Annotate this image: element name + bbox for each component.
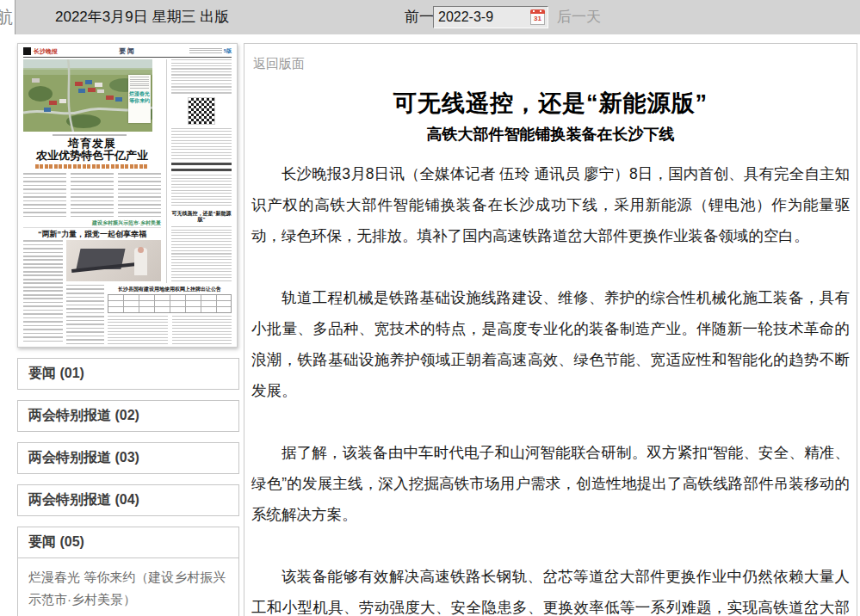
- article-paragraph-3: 据了解，该装备由中车时代电子和山河智能联合研制。双方紧扣“智能、安全、精准、绿色…: [251, 437, 850, 530]
- sidebar-section-01[interactable]: 要闻 (01): [17, 358, 239, 390]
- sidebar: 长沙晚报 要闻 5版: [17, 43, 239, 616]
- thumb-overlay-lines: [130, 77, 149, 89]
- thumb-text-column: [108, 316, 168, 345]
- thumb-column-rule: [166, 59, 167, 283]
- thumb-photo-caption: [53, 134, 127, 136]
- calendar-icon-day: 31: [530, 14, 545, 25]
- thumb-body-columns: [23, 173, 161, 218]
- thumb-text-column: [118, 173, 161, 218]
- thumb-notice-body: [108, 316, 232, 345]
- thumb-masthead-rule: [23, 57, 232, 58]
- sidebar-section-02[interactable]: 两会特别报道 (02): [17, 400, 239, 432]
- thumb-notice-title: 长沙县国有建设用地使用权网上挂牌出让公告: [108, 286, 232, 293]
- back-to-page-link[interactable]: 返回版面: [253, 56, 305, 72]
- thumb-series-badge: 建设乡村振兴示范市·乡村美景: [66, 219, 161, 227]
- sidebar-article-1[interactable]: 烂漫春光 等你来约（建设乡村振兴示范市·乡村美景）: [18, 558, 238, 616]
- thumb-page-number: 5版: [224, 47, 232, 55]
- thumb-text-column: [71, 173, 114, 218]
- calendar-icon[interactable]: 31: [530, 9, 545, 25]
- thumb-text-column: [66, 285, 104, 345]
- article-paragraph-1: 长沙晚报3月8日讯（全媒体记者 伍玲 通讯员 廖宁）8日，国内首创、具有完全自主…: [251, 158, 850, 251]
- thumb-page-meta: 5版: [189, 47, 232, 55]
- thumb-qr-code: [188, 97, 215, 125]
- sidebar-section-03[interactable]: 两会特别报道 (03): [17, 442, 239, 474]
- date-picker: 31: [433, 6, 548, 28]
- sidebar-section-04[interactable]: 两会特别报道 (04): [17, 484, 239, 516]
- topbar: 航 2022年3月9日 星期三 出版 前一天 31 后一天: [0, 0, 860, 34]
- thumb-text-column: [23, 173, 66, 218]
- thumb-overlay-title-1: 烂漫春光: [129, 90, 150, 97]
- thumb-text-column: [171, 128, 232, 159]
- nav-tab-partial[interactable]: 航: [0, 0, 15, 34]
- article-paragraph-2: 轨道工程机械是铁路基础设施线路建设、维修、养护的综合性机械化施工装备，具有小批量…: [251, 282, 850, 406]
- newspaper-page-thumbnail[interactable]: 长沙晚报 要闻 5版: [17, 43, 238, 348]
- sidebar-article-list: 烂漫春光 等你来约（建设乡村振兴示范市·乡村美景） 培育发展农业优势特色千亿产业: [17, 558, 239, 616]
- thumb-text-column: [171, 226, 232, 281]
- thumb-text-column: [171, 175, 232, 207]
- sidebar-section-05-group: 要闻 (05) 烂漫春光 等你来约（建设乡村振兴示范市·乡村美景） 培育发展农业…: [17, 527, 239, 616]
- thumb-meta-lines: [189, 48, 222, 54]
- thumb-photo-overlay-box: 烂漫春光 等你来约: [128, 75, 151, 123]
- thumb-text-column: [172, 316, 232, 345]
- thumb-masthead: 长沙晚报: [34, 47, 58, 56]
- article-body: 长沙晚报3月8日讯（全媒体记者 伍玲 通讯员 廖宁）8日，国内首创、具有完全自主…: [251, 158, 850, 616]
- thumb-subhead-line: [35, 164, 149, 169]
- thumb-mini-headline-bars: [171, 163, 232, 171]
- nav-tab-label: 航: [0, 0, 13, 34]
- article-panel: 返回版面 可无线遥控，还是“新能源版” 高铁大部件智能铺换装备在长沙下线 长沙晚…: [244, 43, 857, 616]
- thumb-person-shape: [134, 248, 147, 275]
- thumb-notice-table: [108, 294, 232, 313]
- thumb-right-headline: 可无线遥控，还是“新能源版”: [171, 211, 232, 223]
- thumb-worker-photo: [66, 240, 161, 281]
- thumb-headline-line1: 培育发展: [23, 138, 161, 149]
- thumb-right-column: 可无线遥控，还是“新能源版”: [171, 59, 232, 283]
- sidebar-section-05[interactable]: 要闻 (05): [17, 527, 239, 558]
- article-title: 可无线遥控，还是“新能源版”: [251, 88, 850, 119]
- article-subtitle: 高铁大部件智能铺换装备在长沙下线: [251, 124, 850, 145]
- thumb-second-headline: “两新”力量，跟党一起创享幸福: [23, 227, 161, 238]
- publish-date: 2022年3月9日 星期三 出版: [55, 0, 229, 34]
- thumb-headline-line2: 农业优势特色千亿产业: [23, 150, 161, 161]
- next-day-link[interactable]: 后一天: [557, 0, 601, 34]
- article-paragraph-4: 该装备能够有效解决高速铁路长钢轨、岔芯等道岔大部件更换作业中仍然依赖大量人工和小…: [251, 561, 850, 616]
- thumb-text-column: [171, 59, 232, 94]
- thumb-text-column: [23, 240, 63, 343]
- thumb-masthead-row: 长沙晚报 要闻 5版: [23, 46, 232, 56]
- thumb-overlay-title-2: 等你来约: [129, 97, 150, 104]
- thumb-notice-block: 长沙县国有建设用地使用权网上挂牌出让公告: [108, 286, 232, 343]
